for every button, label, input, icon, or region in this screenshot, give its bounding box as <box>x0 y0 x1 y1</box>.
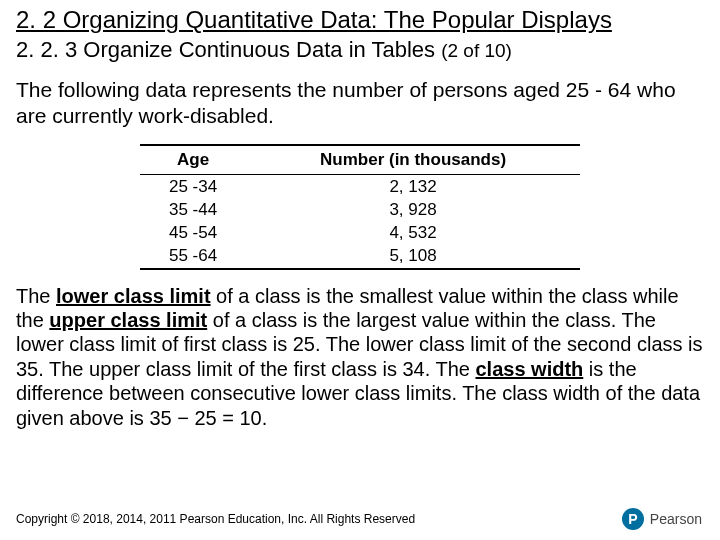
table-row: 35 -44 3, 928 <box>140 198 580 221</box>
intro-text: The following data represents the number… <box>16 77 704 130</box>
pearson-label: Pearson <box>650 511 702 527</box>
body-seg: The <box>16 285 56 307</box>
table-row: 25 -34 2, 132 <box>140 174 580 198</box>
data-table: Age Number (in thousands) 25 -34 2, 132 … <box>140 144 580 270</box>
cell-number: 5, 108 <box>246 244 580 268</box>
section-title: 2. 2 Organizing Quantitative Data: The P… <box>16 6 704 35</box>
body-paragraph: The lower class limit of a class is the … <box>16 284 704 430</box>
term-upper-class-limit: upper class limit <box>49 309 207 331</box>
table-row: 55 -64 5, 108 <box>140 244 580 268</box>
slide: 2. 2 Organizing Quantitative Data: The P… <box>0 0 720 540</box>
heading-block: 2. 2 Organizing Quantitative Data: The P… <box>0 0 720 63</box>
cell-age: 35 -44 <box>140 198 246 221</box>
subsection-title: 2. 2. 3 Organize Continuous Data in Tabl… <box>16 37 704 63</box>
publisher-logo: P Pearson <box>622 508 702 530</box>
table-row: 45 -54 4, 532 <box>140 221 580 244</box>
table-header-age: Age <box>140 145 246 175</box>
subsection-prefix: 2. 2. 3 Organize Continuous Data in Tabl… <box>16 37 441 62</box>
cell-number: 3, 928 <box>246 198 580 221</box>
cell-number: 4, 532 <box>246 221 580 244</box>
pearson-icon: P <box>622 508 644 530</box>
table-header-number: Number (in thousands) <box>246 145 580 175</box>
data-table-wrap: Age Number (in thousands) 25 -34 2, 132 … <box>140 144 580 270</box>
table-header-row: Age Number (in thousands) <box>140 145 580 175</box>
cell-number: 2, 132 <box>246 174 580 198</box>
term-class-width: class width <box>475 358 583 380</box>
copyright-text: Copyright © 2018, 2014, 2011 Pearson Edu… <box>16 512 415 526</box>
cell-age: 25 -34 <box>140 174 246 198</box>
cell-age: 45 -54 <box>140 221 246 244</box>
cell-age: 55 -64 <box>140 244 246 268</box>
subsection-suffix: (2 of 10) <box>441 40 512 61</box>
term-lower-class-limit: lower class limit <box>56 285 211 307</box>
